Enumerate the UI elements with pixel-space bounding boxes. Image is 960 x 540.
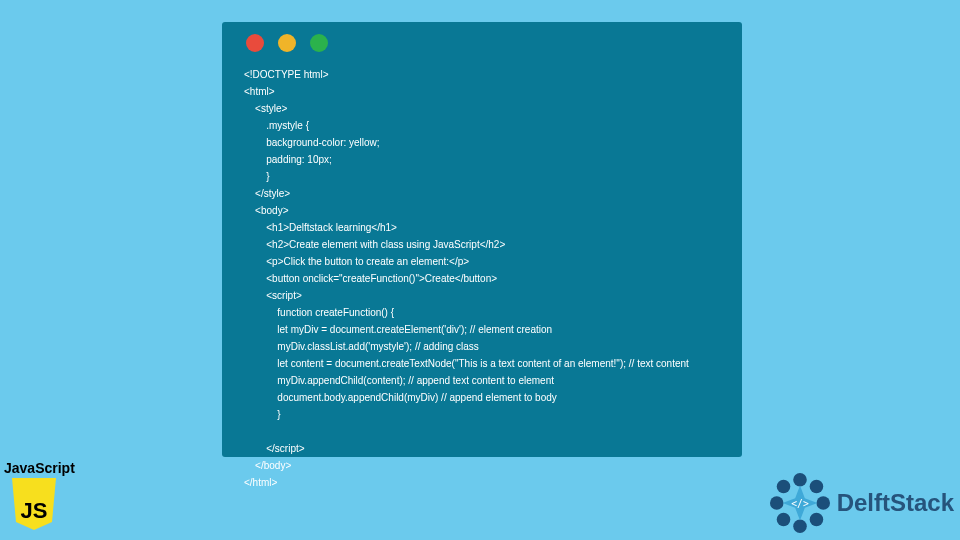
javascript-shield-icon: JS [10,478,58,532]
close-icon[interactable] [246,34,264,52]
brand-logo-wrap: </> DelftStack [769,472,954,534]
code-window: <!DOCTYPE html> <html> <style> .mystyle … [222,22,742,457]
javascript-label: JavaScript [4,460,75,476]
javascript-badge: JavaScript JS [2,460,75,532]
svg-point-5 [776,513,790,527]
maximize-icon[interactable] [310,34,328,52]
svg-text:</>: </> [791,498,809,509]
svg-point-4 [793,519,807,533]
brand-name: DelftStack [837,489,954,517]
svg-point-7 [776,480,790,494]
window-controls [246,34,726,52]
svg-point-0 [793,473,807,487]
js-shield-text: JS [21,498,48,523]
svg-point-2 [816,496,830,510]
svg-point-1 [809,480,823,494]
svg-point-6 [770,496,784,510]
minimize-icon[interactable] [278,34,296,52]
svg-point-3 [809,513,823,527]
code-block: <!DOCTYPE html> <html> <style> .mystyle … [238,66,726,491]
delftstack-logo-icon: </> [769,472,831,534]
